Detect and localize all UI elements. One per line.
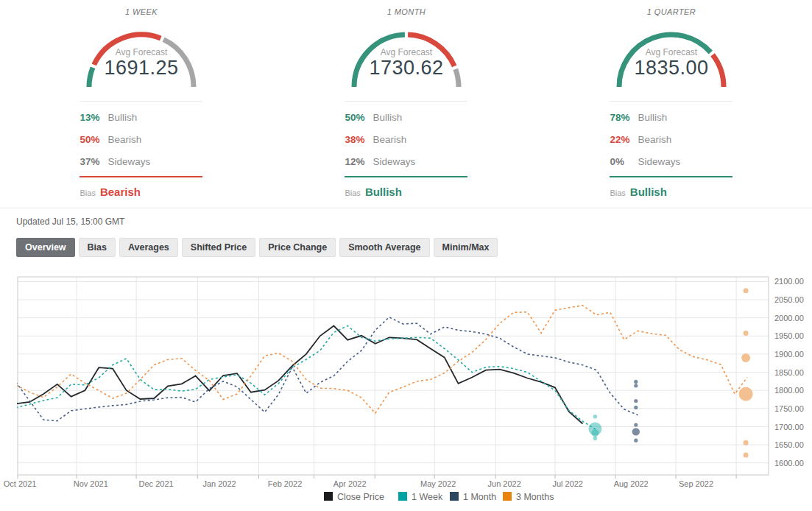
- chart-tabs: Overview Bias Averages Shifted Price Pri…: [16, 238, 812, 257]
- bias-underline: [80, 176, 202, 177]
- tab-averages[interactable]: Averages: [119, 238, 178, 257]
- avg-forecast-value: 1835.00: [594, 57, 749, 78]
- legend-1-week: 1 Week: [398, 492, 443, 502]
- svg-text:3 Months: 3 Months: [516, 492, 554, 502]
- bullish-row: 78% Bullish: [610, 106, 732, 128]
- 1-week-line: [16, 326, 597, 430]
- svg-text:1 Month: 1 Month: [463, 492, 496, 502]
- bias-row: Bias Bullish: [345, 186, 467, 198]
- legend-1-month: 1 Month: [450, 492, 496, 502]
- bearish-label: Bearish: [107, 134, 141, 145]
- bias-label: Bias: [80, 188, 95, 197]
- bearish-row: 22% Bearish: [610, 128, 732, 150]
- svg-text:1800.00: 1800.00: [774, 386, 804, 395]
- bullish-label: Bullish: [373, 112, 402, 123]
- sentiment-rows: 78% Bullish 22% Bearish 0% Sideways: [610, 106, 732, 172]
- avg-forecast-label: Avg Forecast: [329, 47, 484, 57]
- bullish-label: Bullish: [107, 112, 137, 123]
- sentiment-rows: 50% Bullish 38% Bearish 12% Sideways: [345, 106, 467, 172]
- sideways-row: 0% Sideways: [610, 150, 732, 172]
- sideways-label: Sideways: [373, 156, 415, 167]
- plot-border: [18, 277, 769, 475]
- gauge-1-week-wrap: Avg Forecast 1691.25: [64, 21, 219, 92]
- svg-text:Aug 2022: Aug 2022: [614, 479, 649, 488]
- sentiment-rows: 13% Bullish 50% Bearish 37% Sideways: [80, 106, 202, 172]
- svg-text:2000.00: 2000.00: [774, 314, 804, 323]
- bullish-row: 50% Bullish: [345, 106, 467, 128]
- svg-text:Jan 2022: Jan 2022: [202, 479, 236, 488]
- forecast-panel-1-week: 1 WEEK Avg Forecast 1691.25 13% Bullish …: [9, 0, 274, 208]
- gauge-1-month-wrap: Avg Forecast 1730.62: [329, 21, 484, 92]
- period-label: 1 MONTH: [274, 7, 539, 19]
- bias-value: Bearish: [100, 186, 141, 198]
- x-axis-labels: Oct 2021Nov 2021Dec 2021Jan 2022Feb 2022…: [4, 479, 713, 488]
- tab-price-change[interactable]: Price Change: [259, 238, 336, 257]
- period-label: 1 WEEK: [9, 7, 274, 19]
- sideways-row: 12% Sideways: [345, 150, 467, 172]
- svg-text:Apr 2022: Apr 2022: [333, 479, 367, 488]
- forecast-panels: 1 WEEK Avg Forecast 1691.25 13% Bullish …: [0, 0, 812, 208]
- divider: [80, 101, 202, 102]
- divider: [610, 101, 732, 102]
- svg-text:2100.00: 2100.00: [774, 277, 804, 286]
- svg-text:Feb 2022: Feb 2022: [268, 479, 302, 488]
- tab-shifted-price[interactable]: Shifted Price: [182, 238, 255, 257]
- chart-gridlines: [18, 277, 769, 475]
- chart-legend: Close Price1 Week1 Month3 Months: [324, 492, 554, 502]
- avg-forecast-box: Avg Forecast 1691.25: [64, 47, 219, 78]
- bearish-label: Bearish: [373, 134, 406, 145]
- forecast-panel-1-quarter: 1 QUARTER Avg Forecast 1835.00 78% Bulli…: [539, 0, 804, 208]
- svg-text:1950.00: 1950.00: [774, 331, 804, 340]
- bias-row: Bias Bearish: [80, 186, 202, 198]
- tab-minim-max[interactable]: Minim/Max: [434, 238, 498, 257]
- x-axis-ticks: [18, 475, 736, 479]
- svg-text:1 Week: 1 Week: [412, 492, 443, 502]
- divider: [345, 101, 467, 102]
- bias-value: Bullish: [365, 186, 402, 198]
- bearish-pct: 38%: [345, 134, 373, 145]
- avg-forecast-label: Avg Forecast: [64, 47, 219, 57]
- svg-text:1600.00: 1600.00: [774, 459, 804, 468]
- sideways-label: Sideways: [107, 156, 150, 167]
- svg-text:Oct 2021: Oct 2021: [4, 479, 37, 488]
- avg-forecast-value: 1730.62: [329, 57, 484, 78]
- chart-series: [16, 306, 748, 430]
- y-axis-labels: 2100.002050.002000.001950.001900.001850.…: [774, 277, 804, 467]
- svg-text:Close Price: Close Price: [337, 492, 384, 502]
- svg-text:1700.00: 1700.00: [774, 423, 804, 431]
- bullish-pct: 50%: [345, 112, 373, 123]
- bearish-label: Bearish: [638, 134, 671, 145]
- gauge-1-quarter-wrap: Avg Forecast 1835.00: [594, 21, 749, 92]
- bearish-pct: 50%: [80, 134, 107, 145]
- 1-month-line: [16, 317, 638, 421]
- bullish-pct: 13%: [80, 112, 107, 123]
- tab-overview[interactable]: Overview: [16, 238, 75, 257]
- bias-value: Bullish: [630, 186, 667, 198]
- tab-smooth-average[interactable]: Smooth Average: [339, 238, 429, 257]
- svg-text:May 2022: May 2022: [420, 479, 456, 488]
- svg-text:1850.00: 1850.00: [774, 368, 804, 377]
- svg-text:Dec 2021: Dec 2021: [139, 479, 174, 488]
- bullish-row: 13% Bullish: [80, 106, 202, 128]
- svg-text:2050.00: 2050.00: [774, 295, 804, 304]
- sideways-label: Sideways: [638, 156, 680, 167]
- legend-close-price: Close Price: [324, 492, 384, 502]
- 1-month-forecast-bubbles: [632, 380, 640, 443]
- avg-forecast-box: Avg Forecast 1730.62: [329, 47, 484, 78]
- svg-text:1750.00: 1750.00: [774, 404, 804, 413]
- 3-months-forecast-bubbles: [739, 288, 753, 457]
- bias-label: Bias: [610, 188, 625, 197]
- bias-underline: [345, 176, 467, 177]
- svg-text:Nov 2021: Nov 2021: [74, 479, 108, 488]
- forecast-chart[interactable]: 2100.002050.002000.001950.001900.001850.…: [0, 271, 812, 511]
- tab-bias[interactable]: Bias: [79, 238, 116, 257]
- 1-week-forecast-bubbles: [588, 415, 601, 440]
- forecast-chart-svg: 2100.002050.002000.001950.001900.001850.…: [0, 271, 812, 511]
- bias-underline: [610, 176, 732, 177]
- bearish-row: 50% Bearish: [80, 128, 202, 150]
- bias-label: Bias: [345, 188, 360, 197]
- sideways-pct: 12%: [345, 156, 373, 167]
- svg-text:Sep 2022: Sep 2022: [679, 479, 713, 488]
- period-label: 1 QUARTER: [539, 7, 804, 19]
- sideways-pct: 37%: [80, 156, 107, 167]
